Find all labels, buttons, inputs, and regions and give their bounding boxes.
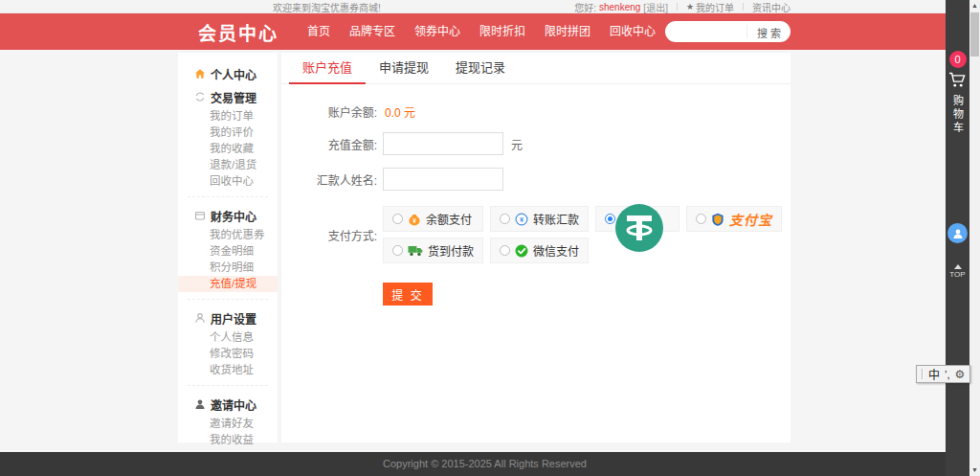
nav-coupon-center[interactable]: 领券中心 [405, 13, 470, 50]
my-orders-link[interactable]: 我的订单 [696, 0, 734, 14]
gear-icon[interactable]: ⚙ [955, 369, 966, 380]
tab-apply-withdraw[interactable]: 申请提现 [366, 53, 442, 83]
radio-balance[interactable] [392, 214, 403, 224]
sidebar-item-recharge-withdraw[interactable]: 充值/提现 [178, 276, 278, 292]
tab-account-recharge[interactable]: 账户充值 [289, 53, 366, 84]
search-box: 搜 索 [665, 21, 791, 42]
alipay-logo-text: 支付宝 [729, 210, 772, 229]
sidebar-item-recycle[interactable]: 回收中心 [178, 173, 278, 190]
top-utility-bar: 欢迎来到淘宝优惠券商城! 您好: shenkeng [退出] ★ 我的订单 资讯… [0, 0, 980, 13]
sidebar-divider [188, 385, 268, 386]
search-input[interactable] [665, 26, 746, 37]
browser-scrollbar[interactable]: ▲ ▼ [969, 0, 980, 476]
sidebar-item-my-coupons[interactable]: 我的优惠券 [178, 227, 278, 243]
invite-person-icon [194, 398, 206, 410]
person-icon [952, 228, 964, 239]
payment-option-wechat[interactable]: 微信支付 [490, 238, 589, 263]
sidebar-section-label: 交易管理 [211, 89, 256, 105]
scrollbar-up-icon[interactable]: ▲ [969, 0, 980, 11]
payer-row: 汇款人姓名: [281, 168, 791, 191]
sidebar-item-fund-details[interactable]: 资金明细 [178, 243, 278, 260]
radio-tether-selected[interactable] [605, 214, 615, 224]
sidebar-divider [188, 196, 268, 197]
submit-button[interactable]: 提 交 [383, 283, 433, 306]
transfer-icon: ¥ [515, 213, 528, 226]
sidebar-item-my-favorites[interactable]: 我的收藏 [178, 141, 278, 157]
payment-option-transfer[interactable]: ¥ 转账汇款 [490, 206, 589, 232]
sidebar-section-trade[interactable]: 交易管理 [178, 85, 278, 108]
trade-refresh-icon [194, 91, 206, 102]
radio-cod[interactable] [392, 245, 403, 256]
truck-icon [408, 244, 423, 257]
payment-option-balance[interactable]: ¥ 余额支付 [383, 206, 483, 232]
ime-language-toggle[interactable]: 中 [928, 366, 940, 382]
ime-language-bar: 中 ’, ⚙ [916, 365, 970, 383]
submit-row: 提 交 [383, 283, 791, 306]
cart-label[interactable]: 购物车 [950, 95, 966, 135]
sidebar-item-my-reviews[interactable]: 我的评价 [178, 125, 278, 141]
back-to-top-button[interactable]: TOP [949, 264, 965, 279]
nav-home[interactable]: 首页 [298, 13, 340, 50]
home-icon [194, 68, 206, 79]
sidebar-item-points-details[interactable]: 积分明细 [178, 260, 278, 276]
recharge-panel: 账户充值 申请提现 提现记录 账户余额: 0.0 元 充值金额: 元 汇款人姓名… [281, 53, 791, 442]
ime-drag-handle[interactable] [922, 369, 924, 379]
payment-option-cod[interactable]: 货到付款 [383, 238, 483, 263]
radio-alipay[interactable] [696, 214, 706, 224]
tether-usdt-icon [615, 204, 663, 252]
search-button[interactable]: 搜 索 [746, 25, 791, 38]
payment-option-tether[interactable] [595, 206, 679, 232]
sidebar-section-finance[interactable]: 财务中心 [178, 204, 278, 227]
radio-wechat[interactable] [500, 245, 510, 256]
nav-group-buy[interactable]: 限时拼团 [535, 13, 600, 50]
news-center-link[interactable]: 资讯中心 [752, 0, 791, 14]
radio-transfer[interactable] [500, 214, 510, 224]
main-nav: 首页 品牌专区 领券中心 限时折扣 限时拼团 回收中心 [298, 13, 665, 50]
payment-methods: ¥ 余额支付 ¥ 转账汇款 [383, 206, 782, 263]
sidebar-item-personal-info[interactable]: 个人信息 [178, 329, 278, 346]
sidebar-section-label: 邀请中心 [211, 397, 256, 413]
sidebar-item-invite-friends[interactable]: 邀请好友 [178, 416, 278, 432]
balance-row: 账户余额: 0.0 元 [281, 103, 791, 120]
nav-brand-zone[interactable]: 品牌专区 [340, 13, 405, 50]
sidebar-section-invite[interactable]: 邀请中心 [178, 393, 278, 416]
amount-input[interactable] [383, 132, 503, 155]
customer-service-button[interactable] [947, 223, 968, 243]
site-logo[interactable]: 会员中心 [198, 19, 278, 45]
payer-label: 汇款人姓名: [281, 171, 377, 188]
star-icon: ★ [686, 2, 694, 11]
recharge-tabs: 账户充值 申请提现 提现记录 [281, 53, 791, 84]
balance-label: 账户余额: [281, 103, 377, 120]
payment-option-alipay[interactable]: 支付宝 [686, 206, 782, 232]
sidebar-item-my-earnings[interactable]: 我的收益 [178, 432, 278, 448]
sidebar-section-label: 财务中心 [211, 208, 256, 224]
scrollbar-thumb[interactable] [970, 12, 979, 57]
tab-withdraw-records[interactable]: 提现记录 [442, 53, 519, 83]
payment-row: 支付方式: ¥ 余额支付 ¥ 转账汇款 [281, 206, 791, 263]
sidebar-item-change-password[interactable]: 修改密码 [178, 346, 278, 362]
sidebar-section-personal[interactable]: 个人中心 [178, 62, 278, 85]
svg-text:¥: ¥ [412, 216, 416, 223]
up-arrow-icon [954, 264, 962, 269]
payment-option-label: 转账汇款 [533, 211, 579, 227]
nav-flash-discount[interactable]: 限时折扣 [470, 13, 535, 50]
user-icon [194, 312, 206, 324]
ime-punctuation-toggle[interactable]: ’, [945, 369, 950, 380]
main-header: 会员中心 首页 品牌专区 领券中心 限时折扣 限时拼团 回收中心 搜 索 [0, 13, 980, 50]
sidebar-item-shipping-address[interactable]: 收货地址 [178, 362, 278, 378]
sidebar-item-my-orders[interactable]: 我的订单 [178, 108, 278, 125]
nav-recycle-center[interactable]: 回收中心 [600, 13, 665, 50]
logout-link[interactable]: [退出] [643, 0, 668, 14]
welcome-text: 欢迎来到淘宝优惠券商城! [273, 0, 381, 14]
payer-name-input[interactable] [383, 168, 503, 191]
sidebar-item-refunds[interactable]: 退款/退货 [178, 157, 278, 173]
sidebar-section-user-settings[interactable]: 用户设置 [178, 306, 278, 329]
sidebar-section-label: 个人中心 [211, 66, 256, 82]
cart-icon[interactable] [948, 72, 967, 88]
payment-option-label: 货到付款 [428, 242, 474, 259]
moneybag-icon: ¥ [408, 213, 421, 226]
wechat-pay-icon [515, 244, 528, 258]
scrollbar-down-icon[interactable]: ▼ [969, 465, 980, 476]
username-link[interactable]: shenkeng [599, 2, 640, 12]
footer-copyright: Copyright © 2015-2025 All Rights Reserve… [0, 452, 969, 476]
